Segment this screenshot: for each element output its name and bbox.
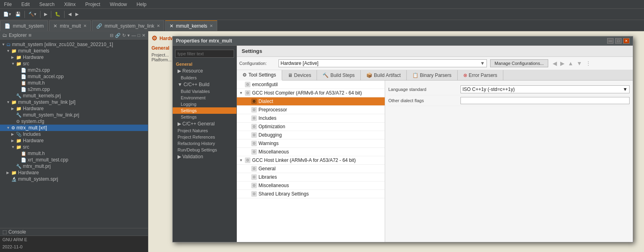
- tab-mtrx-mult[interactable]: ✕ mtrx_mult ✕: [49, 20, 91, 31]
- sidebar-cc-build[interactable]: ▼ C/C++ Build: [173, 81, 236, 88]
- link-editor-btn[interactable]: 🔗: [115, 33, 121, 38]
- tree-item-19[interactable]: 🔧 mtrx_mult.prj: [0, 163, 148, 169]
- tab-close-1[interactable]: ✕: [83, 24, 87, 28]
- sidebar-settings[interactable]: Settings: [173, 107, 236, 114]
- stree-preprocessor[interactable]: ⚙ Preprocessor: [237, 106, 385, 114]
- menu-project[interactable]: Project: [83, 1, 103, 8]
- tree-item-6[interactable]: 📋 mmult.h: [0, 80, 148, 86]
- tree-item-5[interactable]: 📄 mmult_accel.cpp: [0, 73, 148, 80]
- tab-mmult-system[interactable]: 📄 mmult_system: [0, 20, 48, 31]
- sidebar-builders[interactable]: Builders: [173, 75, 236, 81]
- tree-item-4[interactable]: 📄 mm2s.cpp: [0, 67, 148, 73]
- toolbar-new[interactable]: 📄▾: [2, 10, 13, 19]
- menu-edit[interactable]: Edit: [19, 1, 32, 8]
- sync-btn[interactable]: ↻: [122, 33, 126, 38]
- nav-up-btn[interactable]: ▲: [567, 60, 575, 67]
- tab-binary-parsers[interactable]: 📋 Binary Parsers: [407, 70, 458, 80]
- stree-optimization[interactable]: ⚙ Optimization: [237, 123, 385, 131]
- tree-item-12[interactable]: ⚙ system.cfg: [0, 118, 148, 125]
- dialog-maximize-btn[interactable]: □: [615, 38, 622, 44]
- nav-prev-btn[interactable]: ◀: [551, 60, 558, 67]
- sidebar-logging[interactable]: Logging: [173, 101, 236, 107]
- menu-file[interactable]: File: [2, 1, 14, 8]
- tab-hw-link[interactable]: 🔗 mmult_system_hw_link ✕: [92, 20, 164, 31]
- label-7: s2mm.cpp: [28, 87, 50, 92]
- stree-debugging[interactable]: ⚙ Debugging: [237, 131, 385, 139]
- maximize-panel-btn[interactable]: □: [137, 33, 140, 38]
- tree-item-mtrx-mult[interactable]: ▼ ⚙ mtrx_mult [xrt]: [0, 125, 148, 131]
- stree-dialect[interactable]: ⚙ Dialect: [237, 97, 385, 106]
- sidebar-environment[interactable]: Environment: [173, 95, 236, 101]
- toolbar-run[interactable]: ▶: [42, 10, 49, 19]
- toolbar-debug[interactable]: 🐛: [53, 10, 62, 19]
- nav-more-btn[interactable]: ⋮: [584, 60, 592, 67]
- tree-item-1[interactable]: ▼ 📁 mmult_kernels: [0, 48, 148, 54]
- tab-mmult-kernels[interactable]: ✕ mmult_kernels ✕: [165, 20, 217, 31]
- prop-lang-select[interactable]: ISO C++1y (-std=c++1y) ▼: [460, 85, 630, 93]
- config-dropdown[interactable]: Hardware [Active] ▼: [279, 59, 487, 67]
- stree-libraries[interactable]: ⚙ Libraries: [237, 173, 385, 181]
- stree-misc-compiler[interactable]: ⚙ Miscellaneous: [237, 148, 385, 156]
- tab-close-3[interactable]: ✕: [210, 24, 213, 28]
- sidebar-project-references[interactable]: Project References: [173, 134, 236, 140]
- sidebar-cc-general[interactable]: ▶ C/C++ General: [173, 120, 236, 127]
- tab-tool-settings[interactable]: ⚙ Tool Settings: [237, 70, 282, 81]
- toolbar-forward[interactable]: ▶: [74, 10, 80, 19]
- menu-help[interactable]: Help: [134, 1, 149, 8]
- nav-next-btn[interactable]: ▶: [559, 60, 566, 67]
- manage-config-btn[interactable]: Manage Configurations...: [490, 59, 548, 67]
- panel-menu-btn[interactable]: ▾: [127, 33, 130, 38]
- tab-devices[interactable]: 🖥 Devices: [282, 70, 317, 80]
- toolbar-save[interactable]: 💾: [14, 10, 22, 19]
- stree-misc-linker[interactable]: ⚙ Miscellaneous: [237, 181, 385, 190]
- tree-item-16[interactable]: ▼ 📁 src: [0, 144, 148, 150]
- toolbar-back[interactable]: ◀: [67, 10, 73, 19]
- sidebar-validation[interactable]: ▶ Validation: [173, 153, 236, 160]
- minimize-panel-btn[interactable]: —: [131, 33, 136, 38]
- tree-item-15[interactable]: ▶ 📁 Hardware: [0, 137, 148, 144]
- sidebar-build-vars[interactable]: Build Variables: [173, 88, 236, 95]
- tab-build-artifact[interactable]: 📦 Build Artifact: [361, 70, 407, 80]
- tree-item-0[interactable]: ▼ 🗂 mmult_system [xilinx_zcu102_base_202…: [0, 41, 148, 48]
- tree-item-7[interactable]: 📄 s2mm.cpp: [0, 86, 148, 93]
- sidebar-project-natures[interactable]: Project Natures: [173, 127, 236, 134]
- tree-item-20[interactable]: ▶ 📁 Hardware: [0, 169, 148, 176]
- stree-label-10: General: [258, 166, 276, 171]
- tree-item-3[interactable]: ▼ 📁 src: [0, 60, 148, 67]
- stree-linker-general[interactable]: ⚙ General: [237, 165, 385, 173]
- tree-item-11[interactable]: 🔧 mmult_system_hw_link.prj: [0, 112, 148, 118]
- menu-window[interactable]: Window: [107, 1, 129, 8]
- collapse-all-btn[interactable]: ⊟: [110, 33, 113, 38]
- stree-emconfig[interactable]: ⚙ emconfigutil: [237, 81, 385, 89]
- dialog-close-btn[interactable]: ✕: [623, 38, 630, 44]
- sidebar-tool-chain-editor[interactable]: Settings: [173, 114, 236, 120]
- close-panel-btn[interactable]: ✕: [142, 33, 145, 38]
- tree-item-18[interactable]: 📄 xrt_mmult_test.cpp: [0, 157, 148, 163]
- tree-item-21[interactable]: 🔬 mmult_system.sprj: [0, 176, 148, 182]
- stree-gcc-compiler[interactable]: ▼ ⚙ GCC Host Compiler (ARMv8-A for A53/A…: [237, 89, 385, 97]
- stree-warnings[interactable]: ⚙ Warnings: [237, 139, 385, 148]
- sidebar-run-debug[interactable]: Run/Debug Settings: [173, 147, 236, 153]
- sidebar-refactoring[interactable]: Refactoring History: [173, 140, 236, 147]
- filter-input[interactable]: [175, 50, 234, 58]
- toolbar-build[interactable]: 🔨▾: [27, 10, 38, 19]
- tab-error-parsers[interactable]: ⊗ Error Parsers: [458, 70, 503, 80]
- tree-item-2[interactable]: ▶ 📁 Hardware: [0, 54, 148, 60]
- stree-includes[interactable]: ⚙ Includes: [237, 114, 385, 123]
- stree-gcc-linker[interactable]: ▼ ⚙ GCC Host Linker (ARMv8-A for A53/A72…: [237, 156, 385, 165]
- toolbar-sep-2: [40, 11, 40, 18]
- nav-down-btn[interactable]: ▼: [575, 60, 583, 67]
- dialog-minimize-btn[interactable]: —: [607, 38, 614, 44]
- tab-build-steps[interactable]: 🔨 Build Steps: [317, 70, 361, 80]
- tree-item-17[interactable]: 📋 mmult.h: [0, 150, 148, 157]
- tree-item-9[interactable]: ▼ 📁 mmult_system_hw_link [pl]: [0, 99, 148, 105]
- menu-search[interactable]: Search: [37, 1, 57, 8]
- prop-dialect-input[interactable]: [460, 97, 630, 104]
- tree-item-8[interactable]: 🔧 mmult_kernels.prj: [0, 93, 148, 99]
- menu-xilinx[interactable]: Xilinx: [62, 1, 78, 8]
- tree-item-10[interactable]: ▶ 📁 Hardware: [0, 105, 148, 112]
- stree-shared-lib[interactable]: ⚙ Shared Library Settings: [237, 190, 385, 198]
- tab-close-2[interactable]: ✕: [157, 24, 160, 28]
- sidebar-resource[interactable]: ▶ Resource: [173, 67, 236, 75]
- tree-item-14[interactable]: ▶ 📎 Includes: [0, 131, 148, 137]
